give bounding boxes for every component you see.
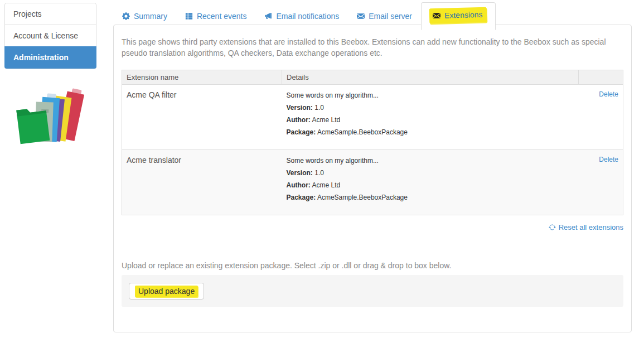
tab-extensions-label: Extensions — [444, 9, 483, 21]
green-folder — [16, 107, 50, 144]
extensions-description: This page shows third party extensions t… — [122, 36, 623, 59]
sidebar-item-administration[interactable]: Administration — [4, 46, 96, 69]
tab-email-server[interactable]: Email server — [348, 2, 421, 30]
refresh-icon — [549, 224, 556, 231]
extension-author: Author: Acme Ltd — [287, 116, 574, 124]
gear-icon — [122, 12, 130, 20]
package-value: AcmeSample.BeeboxPackage — [317, 194, 408, 201]
extension-details: Some words on my algorithm... Version: 1… — [282, 85, 579, 150]
reset-row: Reset all extensions — [122, 223, 623, 233]
package-label: Package: — [287, 194, 316, 201]
table-header-row: Extension name Details — [122, 70, 623, 85]
list-icon — [185, 12, 193, 20]
extension-summary: Some words on my algorithm... — [287, 91, 574, 99]
extension-package: Package: AcmeSample.BeeboxPackage — [287, 194, 574, 201]
extension-author: Author: Acme Ltd — [287, 181, 574, 189]
extension-actions: Delete — [579, 150, 623, 215]
version-label: Version: — [287, 169, 313, 177]
tab-recent-events-label: Recent events — [197, 11, 247, 22]
header-extension-name: Extension name — [122, 70, 282, 85]
tab-extensions[interactable]: Extensions — [421, 2, 495, 30]
extension-version: Version: 1.0 — [287, 104, 574, 112]
tab-email-notifications[interactable]: Email notifications — [255, 2, 348, 30]
header-details: Details — [282, 70, 579, 85]
upload-dropzone[interactable]: Upload package — [122, 275, 623, 307]
sidebar-item-projects[interactable]: Projects — [5, 3, 96, 25]
version-value: 1.0 — [314, 169, 324, 177]
tab-email-notifications-label: Email notifications — [276, 11, 339, 22]
reset-all-extensions-link[interactable]: Reset all extensions — [549, 223, 623, 231]
megaphone-icon — [264, 12, 272, 20]
extensions-highlight-marker: Extensions — [429, 7, 487, 24]
extension-actions: Delete — [579, 85, 623, 150]
author-label: Author: — [287, 116, 311, 124]
extension-name: Acme QA filter — [122, 85, 282, 150]
upload-instruction: Upload or replace an existing extension … — [122, 261, 623, 270]
extension-version: Version: 1.0 — [287, 169, 574, 177]
sidebar-nav: Projects Account & License Administratio… — [4, 3, 96, 69]
upload-package-button[interactable]: Upload package — [129, 283, 204, 300]
folders-image — [13, 81, 89, 147]
extensions-panel: This page shows third party extensions t… — [113, 25, 632, 332]
admin-tabbar: Summary Recent events Email notification… — [113, 2, 496, 30]
upload-highlight-marker: Upload package — [135, 286, 198, 297]
table-row: Acme QA filter Some words on my algorith… — [122, 85, 623, 150]
author-value: Acme Ltd — [312, 116, 341, 124]
delete-link[interactable]: Delete — [599, 156, 618, 163]
sidebar-item-account-license[interactable]: Account & License — [5, 25, 96, 47]
envelope-icon — [357, 12, 365, 20]
envelope-icon — [433, 12, 440, 20]
tab-recent-events[interactable]: Recent events — [176, 2, 256, 30]
author-label: Author: — [287, 181, 311, 189]
package-label: Package: — [287, 128, 316, 136]
extension-details: Some words on my algorithm... Version: 1… — [282, 150, 579, 215]
tab-summary[interactable]: Summary — [113, 2, 176, 30]
reset-link-label: Reset all extensions — [559, 223, 623, 231]
extension-package: Package: AcmeSample.BeeboxPackage — [287, 128, 574, 136]
author-value: Acme Ltd — [312, 181, 341, 189]
header-actions — [579, 70, 623, 85]
package-value: AcmeSample.BeeboxPackage — [317, 128, 408, 136]
tab-summary-label: Summary — [134, 11, 167, 22]
extension-summary: Some words on my algorithm... — [287, 157, 574, 165]
version-value: 1.0 — [314, 104, 324, 112]
table-row: Acme translator Some words on my algorit… — [122, 150, 623, 215]
version-label: Version: — [287, 104, 313, 112]
tab-email-server-label: Email server — [369, 11, 412, 22]
extensions-table: Extension name Details Acme QA filter So… — [122, 70, 623, 215]
delete-link[interactable]: Delete — [599, 90, 618, 98]
extension-name: Acme translator — [122, 150, 282, 215]
